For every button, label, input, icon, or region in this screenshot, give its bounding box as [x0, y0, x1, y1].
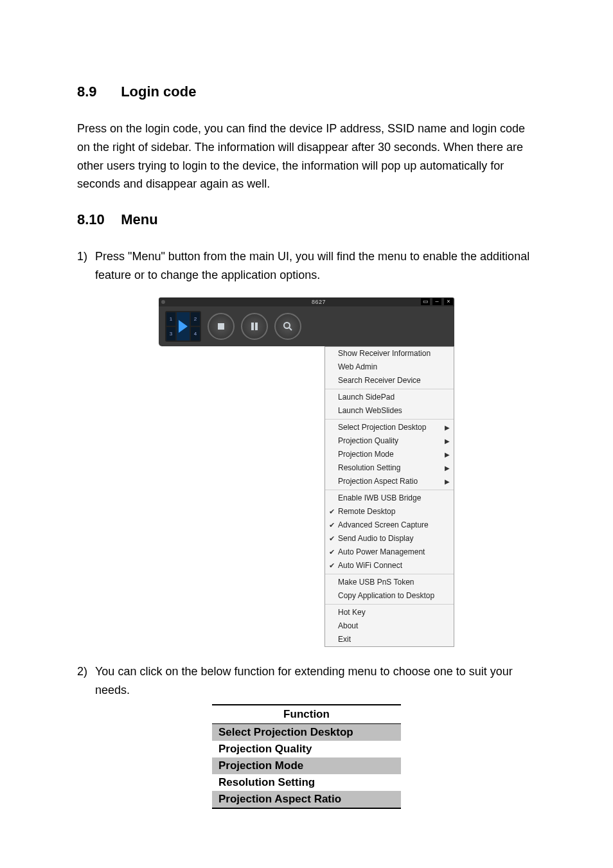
submenu-arrow-icon: ▶ — [442, 451, 450, 458]
app-window: 8627 ▭ – × 1 2 3 4 — [159, 297, 454, 346]
check-icon: ✔ — [325, 521, 338, 529]
check-icon: ✔ — [325, 508, 338, 516]
function-cell: Resolution Setting — [212, 774, 401, 791]
menu-item[interactable]: Launch SidePad — [325, 391, 454, 404]
menu-item[interactable]: Search Receiver Device — [325, 374, 454, 387]
stop-icon — [215, 321, 227, 332]
quadrant-play-button[interactable]: 1 2 3 4 — [165, 311, 201, 342]
menu-item[interactable]: Enable IWB USB Bridge — [325, 492, 454, 505]
menu-item-label: Show Receiver Information — [338, 349, 442, 358]
menu-separator — [325, 604, 454, 605]
pause-button[interactable] — [241, 313, 268, 340]
submenu-arrow-icon: ▶ — [442, 465, 450, 472]
menu-item[interactable]: Make USB PnS Token — [325, 576, 454, 589]
document-page: 8.9 Login code Press on the login code, … — [0, 0, 613, 868]
check-icon: ✔ — [325, 535, 338, 543]
menu-item-label: Exit — [338, 635, 442, 644]
menu-item[interactable]: ✔Auto WiFi Connect — [325, 559, 454, 572]
menu-item-label: Launch SidePad — [338, 393, 442, 402]
function-cell: Projection Aspect Ratio — [212, 791, 401, 808]
menu-separator — [325, 419, 454, 420]
menu-item-label: Send Audio to Display — [338, 534, 442, 543]
list-text: You can click on the below function for … — [95, 665, 513, 696]
menu-item[interactable]: Projection Mode▶ — [325, 448, 454, 461]
heading-title: Login code — [121, 84, 196, 100]
menu-item-label: Projection Quality — [338, 436, 442, 445]
list-marker: 2) — [77, 662, 95, 681]
menu-item[interactable]: About — [325, 619, 454, 633]
function-cell: Select Projection Desktop — [212, 724, 401, 741]
heading-number: 8.10 — [77, 211, 117, 228]
menu-item[interactable]: Exit — [325, 633, 454, 646]
menu-item[interactable]: ✔Remote Desktop — [325, 505, 454, 518]
function-cell: Projection Quality — [212, 741, 401, 757]
menu-item[interactable]: Projection Aspect Ratio▶ — [325, 475, 454, 488]
heading-number: 8.9 — [77, 84, 117, 100]
menu-separator — [325, 574, 454, 574]
function-cell: Projection Mode — [212, 757, 401, 774]
svg-rect-0 — [218, 323, 224, 330]
menu-separator — [325, 490, 454, 490]
search-button[interactable] — [274, 313, 301, 340]
menu-item-label: Advanced Screen Capture — [338, 520, 442, 529]
menu-item[interactable]: Web Admin — [325, 360, 454, 374]
titlebar-dot-icon — [161, 300, 165, 304]
menu-item-label: Launch WebSlides — [338, 406, 442, 415]
menu-item-label: Projection Aspect Ratio — [338, 477, 442, 486]
app-body: 1 2 3 4 — [159, 306, 454, 346]
table-row: Projection Quality — [212, 741, 401, 757]
search-icon — [282, 321, 294, 332]
minimize-button[interactable]: – — [432, 298, 441, 305]
table-row: Resolution Setting — [212, 774, 401, 791]
quadrant-1[interactable]: 1 — [166, 312, 175, 326]
menu-item[interactable]: Hot Key — [325, 606, 454, 619]
menu-item[interactable]: Launch WebSlides — [325, 404, 454, 418]
stop-button[interactable] — [208, 313, 235, 340]
menu-item-label: Search Receiver Device — [338, 376, 442, 385]
pause-icon — [249, 321, 260, 332]
svg-rect-2 — [255, 323, 258, 330]
quadrant-2[interactable]: 2 — [191, 312, 200, 326]
table-row: Projection Aspect Ratio — [212, 791, 401, 808]
quadrant-4[interactable]: 4 — [191, 327, 200, 341]
menu-item[interactable]: Show Receiver Information — [325, 347, 454, 360]
heading-8-9: 8.9 Login code — [77, 84, 536, 100]
svg-rect-1 — [251, 323, 254, 330]
context-menu: Show Receiver InformationWeb AdminSearch… — [324, 346, 454, 647]
heading-8-10: 8.10 Menu — [77, 211, 536, 228]
menu-item-label: About — [338, 621, 442, 630]
menu-item-label: Auto WiFi Connect — [338, 561, 442, 570]
menu-item-label: Select Projection Desktop — [338, 423, 442, 432]
menu-item[interactable]: Projection Quality▶ — [325, 434, 454, 448]
check-icon: ✔ — [325, 548, 338, 556]
menu-item-label: Resolution Setting — [338, 463, 442, 472]
menu-item[interactable]: Resolution Setting▶ — [325, 461, 454, 475]
login-code-label[interactable]: 8627 — [312, 299, 326, 305]
play-icon[interactable] — [177, 312, 190, 341]
close-button[interactable]: × — [444, 298, 453, 305]
heading-title: Menu — [121, 211, 157, 227]
quadrant-3[interactable]: 3 — [166, 327, 175, 341]
menu-item-label: Remote Desktop — [338, 507, 442, 516]
menu-separator — [325, 389, 454, 389]
menu-item-label: Hot Key — [338, 608, 442, 617]
svg-point-3 — [284, 323, 290, 328]
function-header: Function — [212, 705, 401, 724]
menu-item-label: Projection Mode — [338, 450, 442, 459]
menu-item[interactable]: Copy Application to Desktop — [325, 589, 454, 603]
table-row: Projection Mode — [212, 757, 401, 774]
menu-item-label: Web Admin — [338, 362, 442, 371]
table-row: Select Projection Desktop — [212, 724, 401, 741]
submenu-arrow-icon: ▶ — [442, 478, 450, 485]
titlebar: 8627 ▭ – × — [159, 297, 454, 306]
menu-item-label: Copy Application to Desktop — [338, 591, 442, 600]
menu-item[interactable]: ✔Advanced Screen Capture — [325, 518, 454, 532]
menu-item[interactable]: ✔Send Audio to Display — [325, 532, 454, 545]
menu-item[interactable]: Select Projection Desktop▶ — [325, 421, 454, 434]
paragraph-login-code: Press on the login code, you can find th… — [77, 120, 536, 193]
menu-button-icon[interactable]: ▭ — [421, 298, 430, 305]
submenu-arrow-icon: ▶ — [442, 438, 450, 445]
menu-item[interactable]: ✔Auto Power Management — [325, 545, 454, 559]
function-table: Function Select Projection DesktopProjec… — [212, 704, 401, 809]
menu-item-label: Make USB PnS Token — [338, 578, 442, 587]
